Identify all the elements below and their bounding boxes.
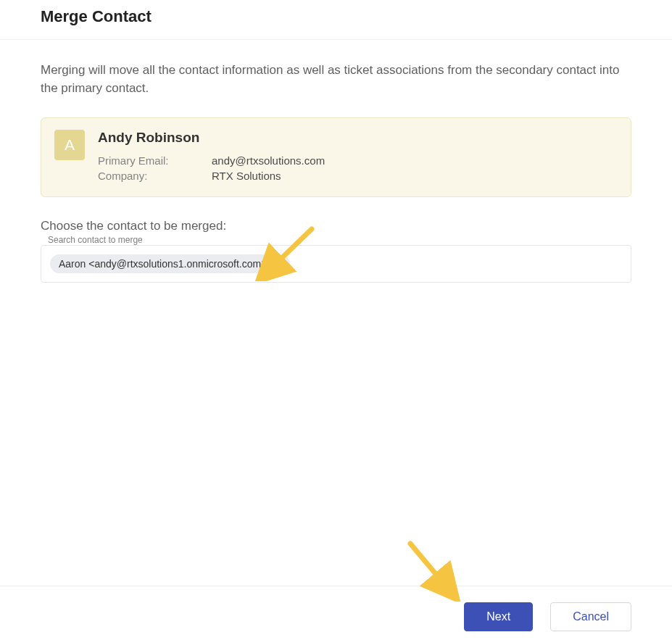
merge-description: Merging will move all the contact inform… bbox=[41, 62, 631, 97]
choose-contact-label: Choose the contact to be merged: bbox=[41, 219, 631, 233]
dialog-footer: Next Cancel bbox=[0, 586, 672, 640]
selected-contact-chip: Aaron <andy@rtxsolutions1.onmicrosoft.co… bbox=[50, 254, 290, 273]
chip-text: Aaron <andy@rtxsolutions1.onmicrosoft.co… bbox=[59, 258, 267, 270]
email-label: Primary Email: bbox=[98, 154, 212, 167]
svg-line-1 bbox=[410, 544, 448, 589]
next-button[interactable]: Next bbox=[464, 602, 533, 631]
search-input[interactable]: Aaron <andy@rtxsolutions1.onmicrosoft.co… bbox=[41, 245, 631, 283]
close-icon bbox=[276, 261, 282, 267]
email-value: andy@rtxsolutions.com bbox=[212, 154, 325, 167]
remove-chip-button[interactable] bbox=[273, 257, 286, 270]
company-label: Company: bbox=[98, 170, 212, 182]
contact-email-row: Primary Email: andy@rtxsolutions.com bbox=[98, 154, 618, 167]
avatar: A bbox=[54, 130, 85, 160]
contact-info: Andy Robinson Primary Email: andy@rtxsol… bbox=[98, 130, 618, 185]
primary-contact-card: A Andy Robinson Primary Email: andy@rtxs… bbox=[41, 117, 631, 197]
company-value: RTX Solutions bbox=[212, 170, 281, 182]
search-sublabel: Search contact to merge bbox=[48, 235, 631, 245]
contact-company-row: Company: RTX Solutions bbox=[98, 170, 618, 182]
cancel-button[interactable]: Cancel bbox=[550, 602, 631, 631]
dialog-content: Merging will move all the contact inform… bbox=[0, 40, 672, 283]
page-title: Merge Contact bbox=[41, 7, 631, 26]
contact-name: Andy Robinson bbox=[98, 130, 618, 146]
dialog-header: Merge Contact bbox=[0, 0, 672, 40]
